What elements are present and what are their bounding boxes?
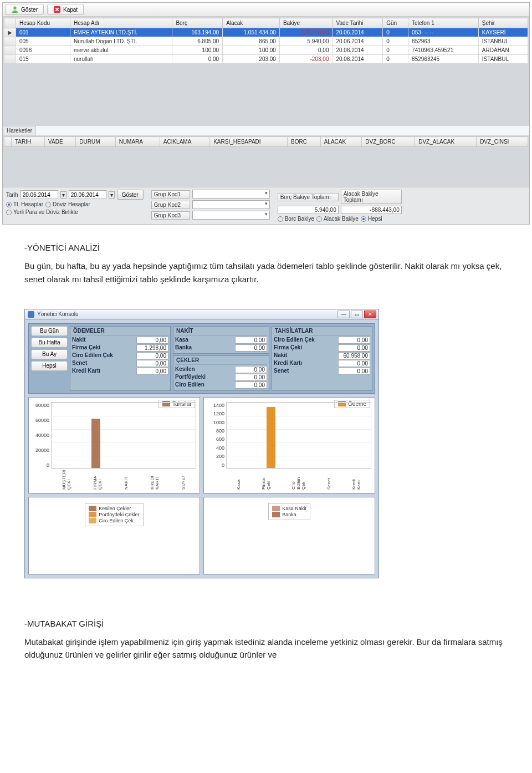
alacak-bakiye-total-value: -888.443,00 (341, 206, 402, 214)
svg-point-0 (13, 7, 16, 9)
col-hesap-kodu[interactable]: Hesap Kodu (16, 18, 70, 28)
chart-row-2: Kesilen ÇeklerPortföydeki ÇeklerCiro Edi… (28, 497, 375, 574)
borc-bakiye-total-value: 5.940,00 (278, 206, 339, 214)
col-telefon[interactable]: Telefon 1 (408, 18, 479, 28)
para-mutabakat: Mutabakat girişinde işlem yapabilmeniz i… (24, 635, 508, 662)
col-dvz_alacak[interactable]: DVZ_ALACAK (415, 137, 477, 147)
show-button[interactable]: Göster (5, 4, 44, 15)
group-odemeler: ÖDEMELER Nakit0,00Firma Çeki1.298,00Ciro… (70, 326, 171, 391)
toolbar: Göster Kapat (3, 3, 529, 17)
grup2-combo[interactable] (192, 200, 270, 209)
table-row[interactable]: 005Nurullah Dogan LTD. ŞTİ. 6.805,00865,… (4, 37, 528, 46)
col-hesap-adi[interactable]: Hesap Adı (70, 18, 172, 28)
col-alacak[interactable]: Alacak (223, 18, 280, 28)
col-aciklama[interactable]: ACIKLAMA (160, 137, 209, 147)
chart-row-1: Tahsilat 800006000040000200000 MÜŞTERI Ç… (28, 397, 375, 494)
transactions-grid[interactable]: TARIHVADEDURUMNUMARAACIKLAMAKARSI_HESAPA… (4, 136, 528, 147)
kv-row: Firma Çeki1.298,00 (72, 344, 168, 352)
kv-row: Kredi Kartı0,00 (72, 368, 168, 375)
btn-hepsi[interactable]: Hepsi (31, 361, 68, 371)
col-sehir[interactable]: Şehir (478, 18, 528, 28)
kv-row: Kredi Kartı0,00 (274, 360, 370, 367)
accounts-grid-area: Hesap Kodu Hesap Adı Borç Alacak Bakiye … (3, 17, 529, 126)
kv-row: Nakit60.958,00 (274, 352, 370, 359)
show-button-label: Göster (21, 7, 38, 13)
table-row[interactable]: 015nurullah 0,00203,00 -203,00 20.06.201… (4, 55, 528, 64)
borc-bakiye-total-label: Borç Bakiye Toplamı (278, 193, 339, 201)
kv-row: Senet0,00 (72, 360, 168, 367)
chart-tahsilat: Tahsilat 800006000040000200000 MÜŞTERI Ç… (28, 397, 200, 494)
row-indicator-header (4, 18, 16, 28)
col-alacak[interactable]: ALACAK (320, 137, 362, 147)
alacak-bakiye-total-label: Alacak Bakiye Toplamı (341, 190, 402, 204)
section-mutabakat: -MUTABAKAT GİRİŞİ Mutabakat girişinde iş… (0, 578, 532, 676)
grup1-combo[interactable] (192, 190, 270, 199)
btn-buay[interactable]: Bu Ay (31, 349, 68, 359)
top-summary-panel: Bu Gün Bu Hafta Bu Ay Hepsi ÖDEMELER Nak… (28, 323, 375, 394)
grup3-label: Grup Kod3 (151, 211, 190, 220)
table-row[interactable]: ▶ 001EMRE AYTEKIN LTD.ŞTİ. 163.194,001.0… (4, 28, 528, 37)
yticks-tahsilat: 800006000040000200000 (33, 403, 49, 468)
col-numara[interactable]: NUMARA (115, 137, 160, 147)
close-button-label: Kapat (63, 7, 78, 13)
kv-row: Kesilen0,00 (175, 366, 267, 373)
period-buttons: Bu Gün Bu Hafta Bu Ay Hepsi (31, 326, 68, 391)
radio-doviz-hesaplar[interactable]: Döviz Hesaplar (45, 201, 90, 207)
col-durum[interactable]: DURUM (76, 137, 115, 147)
heading-yonetici: -YÖNETİCİ ANALİZİ (24, 241, 508, 254)
filter-bar: Tarih ▾ ▾ Göster TL Hesaplar Döviz Hesap… (3, 187, 529, 224)
chart-cekler-empty: Kesilen ÇeklerPortföydeki ÇeklerCiro Edi… (28, 497, 200, 574)
col-bakiye[interactable]: Bakiye (279, 18, 332, 28)
col-dvz_borc[interactable]: DVZ_BORC (362, 137, 415, 147)
group-cekler: ÇEKLER Kesilen0,00Portföydeki0,00Ciro Ed… (173, 355, 269, 391)
table-row[interactable]: 0098merve akbulut 100,00100,00 0,00 20.0… (4, 46, 528, 55)
kv-row: Nakit0,00 (72, 337, 168, 344)
col-vade[interactable]: Vade Tarihi (332, 18, 383, 28)
grup1-label: Grup Kod1 (151, 190, 190, 199)
radio-yerli-doviz[interactable]: Yerli Para ve Döviz Birlikte (6, 209, 78, 215)
grup3-combo[interactable] (192, 211, 270, 220)
close-window-button[interactable]: ✕ (364, 311, 376, 318)
tarih-label: Tarih (6, 192, 18, 198)
col-vade[interactable]: VADE (45, 137, 76, 147)
kv-row: Firma Çeki0,00 (274, 344, 370, 352)
xlabels-tahsilat: MÜŞTERI ÇEKİFİRMA ÇEKİNAKİTKREDİ KARTISE… (51, 470, 196, 490)
close-button[interactable]: Kapat (47, 4, 84, 15)
radio-tl-hesaplar[interactable]: TL Hesaplar (6, 201, 43, 207)
date-to-dropdown-icon[interactable]: ▾ (109, 191, 115, 199)
group-nakit: NAKİT Kasa0,00Banka0,00 (173, 326, 269, 354)
col-tarih[interactable]: TARIH (12, 137, 45, 147)
yonetici-konsolu-window: Yönetici Konsolu — ▭ ✕ Bu Gün Bu Hafta B… (24, 309, 379, 578)
col-dvz_cinsi[interactable]: DVZ_CINSI (477, 137, 528, 147)
date-from-input[interactable] (21, 190, 58, 199)
grup2-label: Grup Kod2 (151, 201, 190, 209)
bars-odeme (227, 403, 371, 468)
close-red-icon (53, 6, 61, 13)
legend-kasa-block: Kasa NakitBanka (268, 503, 310, 520)
app-icon (27, 311, 35, 318)
kv-row: Portföydeki0,00 (175, 374, 267, 381)
radio-borc-bakiye[interactable]: Borc Bakiye (278, 216, 314, 222)
date-to-input[interactable] (69, 190, 106, 199)
date-from-dropdown-icon[interactable]: ▾ (60, 191, 66, 199)
radio-hepsi[interactable]: Hepsi (361, 216, 382, 222)
window-title: Yönetici Konsolu (37, 311, 79, 317)
kv-row: Kasa0,00 (175, 337, 267, 344)
col-borc[interactable]: BORC (288, 137, 321, 147)
col-karsi_hesapadi[interactable]: KARSI_HESAPADI (210, 137, 288, 147)
btn-bugun[interactable]: Bu Gün (31, 326, 68, 336)
accounts-grid[interactable]: Hesap Kodu Hesap Adı Borç Alacak Bakiye … (4, 18, 528, 64)
kv-row: Banka0,00 (175, 344, 267, 352)
col-borc[interactable]: Borç (172, 18, 223, 28)
yticks-odeme: 1400120010008006004002000 (208, 403, 224, 468)
btn-buhafta[interactable]: Bu Hafta (31, 338, 68, 348)
minimize-button[interactable]: — (337, 311, 350, 318)
radio-alacak-bakiye[interactable]: Alacak Bakiye (316, 216, 359, 222)
kv-row: Ciro Edilen Çek0,00 (72, 352, 168, 359)
hareketler-label: Hareketler (3, 126, 36, 135)
col-gun[interactable]: Gün (383, 18, 408, 28)
goster-button[interactable]: Göster (117, 190, 144, 200)
para-yonetici: Bu gün, bu hafta, bu ay yada hepsinde ya… (24, 260, 508, 286)
maximize-button[interactable]: ▭ (351, 311, 363, 318)
xlabels-odeme: KasaFirma ÇekiCiro Edilen ÇekSenetKredi … (226, 470, 371, 490)
